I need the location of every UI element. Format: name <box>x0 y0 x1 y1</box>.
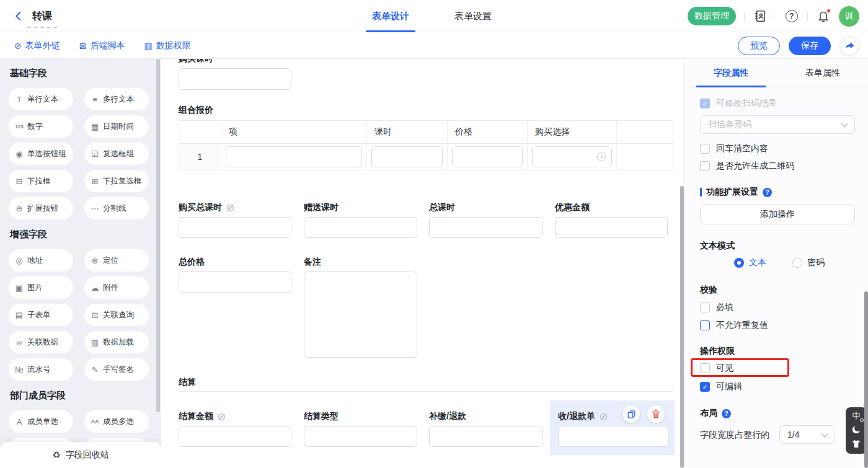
sidebar-scrollbar[interactable] <box>156 59 160 412</box>
field-type-member-multi[interactable]: AA成员多选 <box>84 410 149 433</box>
help-icon[interactable]: ? <box>763 188 772 197</box>
delete-field-button[interactable] <box>647 405 665 423</box>
data-permission-icon: ▥ <box>144 41 152 51</box>
clock-icon <box>597 152 606 161</box>
field-receipt-refund-input[interactable] <box>558 426 668 447</box>
field-type-serial-number[interactable]: №流水号 <box>9 358 73 381</box>
radio-unselected[interactable] <box>792 258 802 268</box>
field-type-multi-dropdown[interactable]: ⊞下拉复选框 <box>84 170 149 192</box>
form-title[interactable]: 转课 <box>32 10 52 23</box>
tab-field-properties[interactable]: 字段属性 <box>685 59 777 87</box>
radio-icon: ◉ <box>14 149 24 159</box>
data-permission-button[interactable]: ▥ 数据权限 <box>144 40 190 51</box>
field-type-relation-data[interactable]: ∞关联数据 <box>9 331 73 353</box>
add-operation-button[interactable]: 添加操作 <box>700 205 855 224</box>
checkbox-unchecked[interactable] <box>700 363 710 373</box>
save-button[interactable]: 保存 <box>789 37 831 55</box>
field-buy-hours-input[interactable] <box>179 68 291 90</box>
field-type-number[interactable]: 123数字 <box>9 115 73 138</box>
field-gift-hours-input[interactable] <box>304 217 417 238</box>
field-type-relation-query[interactable]: ⊡关联查询 <box>84 304 149 326</box>
help-button[interactable]: ? <box>784 9 799 24</box>
field-type-subform[interactable]: ▤子表单 <box>9 304 73 326</box>
field-type-attachment[interactable]: ☁附件 <box>84 276 149 299</box>
field-type-extension-button[interactable]: ⊖扩展按钮 <box>9 197 73 219</box>
avatar[interactable]: 训 <box>839 6 859 27</box>
tab-form-design[interactable]: 表单设计 <box>371 0 410 32</box>
section-settlement-title: 结算 <box>179 377 196 388</box>
pen-icon: ✎ <box>90 365 100 374</box>
single-line-text-icon: T <box>14 95 24 104</box>
help-icon[interactable]: ? <box>722 409 731 418</box>
cloud-upload-icon: ☁ <box>90 283 100 293</box>
field-settle-amount-input[interactable] <box>179 426 291 447</box>
field-discount-amount-input[interactable] <box>555 217 668 238</box>
checkbox-unchecked[interactable] <box>700 161 710 171</box>
scan-mode-select[interactable]: 扫描条形码 <box>700 115 855 134</box>
tab-form-properties[interactable]: 表单属性 <box>777 59 868 87</box>
tab-form-settings[interactable]: 表单设置 <box>453 0 493 32</box>
field-type-member-single[interactable]: A成员单选 <box>9 410 73 433</box>
field-type-datetime[interactable]: ▦日期时间 <box>84 115 149 138</box>
checkbox-checked-disabled[interactable]: ✓ <box>700 99 710 108</box>
field-type-signature[interactable]: ✎手写签名 <box>84 358 149 381</box>
checkbox-unchecked[interactable] <box>700 302 710 312</box>
subform-hours-input[interactable] <box>371 146 443 167</box>
layout-header: 布局 ? <box>700 408 731 419</box>
field-total-price-input[interactable] <box>179 272 291 293</box>
share-button[interactable] <box>839 36 859 56</box>
subform-purchase-input[interactable] <box>532 146 612 167</box>
field-type-multi-line-text[interactable]: ≡多行文本 <box>84 88 149 110</box>
field-type-data-load[interactable]: ▥数据加载 <box>84 331 149 353</box>
field-type-address[interactable]: ◎地址 <box>9 249 73 272</box>
checkbox-checked[interactable]: ✓ <box>700 382 710 392</box>
moon-icon <box>851 425 861 435</box>
checkbox-unchecked[interactable] <box>700 144 710 154</box>
back-button[interactable] <box>11 9 26 24</box>
active-tab-underline <box>366 30 415 32</box>
notification-button[interactable] <box>816 9 831 24</box>
field-total-hours-input[interactable] <box>429 217 543 238</box>
hidden-eye-icon <box>217 412 226 422</box>
top-bar: 转课 表单设计 表单设置 数据管理 ? <box>0 0 868 32</box>
contact-book-button[interactable] <box>753 9 768 24</box>
field-type-dropdown[interactable]: ⊟下拉框 <box>9 170 73 192</box>
copy-field-button[interactable] <box>622 405 640 423</box>
field-remark-textarea[interactable] <box>304 272 417 358</box>
field-width-select[interactable]: 1/4 <box>779 425 835 444</box>
backend-script-button[interactable]: ⊠ 后端脚本 <box>79 40 125 51</box>
field-type-single-line-text[interactable]: T单行文本 <box>9 88 73 110</box>
field-settle-type-input[interactable] <box>304 426 417 447</box>
radio-selected[interactable] <box>734 258 744 268</box>
radio-password-option[interactable]: 密码 <box>792 257 825 268</box>
radio-text-option[interactable]: 文本 <box>734 257 766 268</box>
field-type-geolocation[interactable]: ⊕定位 <box>84 249 149 272</box>
subform-price-input[interactable] <box>452 146 523 167</box>
window-scrollbar[interactable] <box>864 291 868 468</box>
data-manage-button[interactable]: 数据管理 <box>688 7 736 25</box>
properties-panel: 字段属性 表单属性 ✓ 可修改扫码结果 扫描条形码 回车清空内容 是否允许生成二… <box>684 59 868 468</box>
field-buy-total-hours-input[interactable] <box>179 217 291 238</box>
subform-item-input[interactable] <box>226 146 362 167</box>
subform-row-number: 1 <box>179 144 221 170</box>
shirt-icon <box>851 439 861 449</box>
field-type-checkbox-group[interactable]: ☑复选框组 <box>84 143 149 165</box>
field-supplement-refund-input[interactable] <box>429 426 543 447</box>
external-link-button[interactable]: ⊘ 表单外链 <box>14 40 60 51</box>
location-pin-icon: ◎ <box>14 256 24 265</box>
field-type-radio-group[interactable]: ◉单选按钮组 <box>9 143 73 165</box>
preview-button[interactable]: 预览 <box>738 37 780 55</box>
field-recycle-bin-button[interactable]: ♻ 字段回收站 <box>0 442 161 468</box>
theme-skin-toggle[interactable] <box>851 439 861 449</box>
field-discount-amount-label: 优惠金额 <box>555 202 590 213</box>
appearance-widget: 中 <box>846 407 867 454</box>
subform-col-purchase: 购买选择 <box>528 121 617 144</box>
field-type-image[interactable]: ▣图片 <box>9 276 73 299</box>
dark-mode-toggle[interactable] <box>851 425 861 435</box>
language-toggle[interactable]: 中 <box>852 412 861 420</box>
divider-icon: ⋯ <box>90 204 100 213</box>
canvas-scrollbar[interactable] <box>680 186 684 468</box>
field-buy-total-hours-label: 购买总课时 <box>179 202 235 213</box>
checkbox-unchecked-focus[interactable] <box>700 320 710 330</box>
field-type-divider[interactable]: ⋯分割线 <box>84 197 149 219</box>
